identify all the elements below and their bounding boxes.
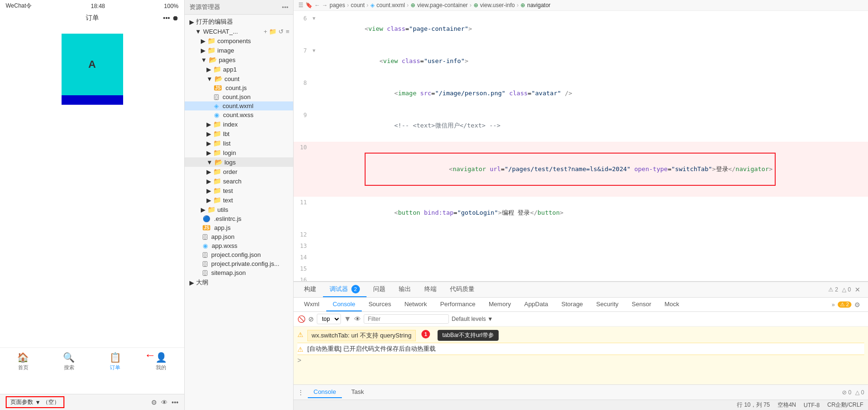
project-root[interactable]: ▼ WECHAT_... + 📁 ↺ ≡ (185, 27, 293, 36)
file-label: count.json (223, 93, 251, 100)
default-levels-button[interactable]: Default levels ▼ (452, 316, 493, 322)
inner-tab-performance[interactable]: Performance (434, 298, 482, 311)
wxml-icon: ◈ (214, 102, 219, 109)
folder-pages[interactable]: ▼ 📂 pages (185, 55, 293, 64)
eye-console-icon[interactable]: 👁 (354, 315, 361, 323)
folder-image[interactable]: ▶ 📁 image (185, 46, 293, 55)
file-eslintrc[interactable]: 🔵 .eslintrc.js (185, 214, 293, 223)
file-project-config[interactable]: {} project.config.json (185, 250, 293, 259)
file-sitemap[interactable]: {} sitemap.json (185, 268, 293, 277)
more-tabs-icon[interactable]: » (832, 301, 835, 308)
tab-output[interactable]: 输出 (392, 282, 418, 297)
forward-icon[interactable]: → (322, 2, 328, 9)
folder-login[interactable]: ▶ 📁 login (185, 148, 293, 157)
section-outline[interactable]: ▶ 大纲 (185, 277, 293, 288)
json-icon: {} (203, 234, 207, 240)
profile-label: 我的 (156, 364, 166, 371)
console-prompt-icon[interactable]: > (297, 356, 301, 364)
json-icon: {} (203, 270, 207, 276)
file-count-wxss[interactable]: ◉ count.wxss (185, 110, 293, 119)
inner-tab-console[interactable]: Console (326, 298, 362, 311)
folder-app1[interactable]: ▶ 📁 app1 (185, 64, 293, 74)
folder-label: index (223, 121, 238, 128)
block-icon[interactable]: ⊘ (308, 315, 314, 323)
context-select[interactable]: top (317, 314, 341, 324)
file-count-wxml[interactable]: ◈ count.wxml (185, 101, 293, 110)
inner-tab-memory[interactable]: Memory (482, 298, 518, 311)
back-icon[interactable]: ← (314, 2, 320, 9)
folder-count[interactable]: ▼ 📂 count (185, 74, 293, 83)
line-num: 10 (294, 142, 313, 153)
warn-row-2: ⚠ [自动热重载] 已开启代码文件保存后自动热重载 (297, 343, 864, 355)
collapse-icon[interactable]: ≡ (286, 28, 289, 35)
folder-components[interactable]: ▶ 📁 components (185, 36, 293, 46)
inner-tab-network[interactable]: Network (398, 298, 434, 311)
tab-issues-label: 问题 (373, 285, 385, 292)
fold-arrow[interactable]: ▼ (313, 13, 320, 24)
tab-build[interactable]: 构建 (297, 282, 323, 297)
inner-tab-wxml[interactable]: Wxml (297, 298, 326, 311)
bottom-tab-console[interactable]: Console (308, 386, 342, 398)
bottom-icons: ⚙ 👁 ••• (151, 399, 179, 406)
bottom-tab-task-label: Task (351, 388, 364, 395)
console-content: ⚠ wx.switchTab: url 不支持 queryString 1 ta… (294, 327, 868, 384)
eye-icon[interactable]: 👁 (161, 399, 168, 406)
settings-debug-icon[interactable]: ⚙ (854, 301, 860, 309)
nav-item-profile[interactable]: 👤 我的 (155, 352, 167, 371)
folder-test[interactable]: ▶ 📁 test (185, 186, 293, 195)
inner-tab-security[interactable]: Security (590, 298, 625, 311)
bottom-tab-task[interactable]: Task (346, 386, 370, 398)
folder-lbt[interactable]: ▶ 📁 lbt (185, 129, 293, 138)
code-line-15: 15 (294, 263, 868, 274)
inner-tab-mock[interactable]: Mock (658, 298, 686, 311)
clear-console-icon[interactable]: 🚫 (297, 315, 305, 323)
console-filter-input[interactable] (364, 314, 449, 324)
bottom-status: ⊘ 0 △ 0 (842, 389, 864, 396)
nav-item-order[interactable]: 📋 订单 (109, 352, 121, 371)
inner-tab-sensor[interactable]: Sensor (625, 298, 658, 311)
section-open-editors[interactable]: ▶ 打开的编辑器 (185, 17, 293, 27)
fold-arrow (313, 110, 320, 120)
folder-text[interactable]: ▶ 📁 text (185, 195, 293, 205)
inner-tab-wxml-label: Wxml (304, 301, 320, 308)
folder-logs[interactable]: ▼ 📂 logs (185, 157, 293, 167)
tab-issues[interactable]: 问题 (367, 282, 392, 297)
file-project-private[interactable]: {} project.private.config.js... (185, 259, 293, 268)
fold-arrow[interactable]: ▼ (313, 46, 320, 56)
file-app-wxss[interactable]: ◉ app.wxss (185, 241, 293, 250)
folder-index[interactable]: ▶ 📁 index (185, 119, 293, 129)
tab-terminal[interactable]: 终端 (418, 282, 443, 297)
new-file-icon[interactable]: ••• (282, 4, 288, 11)
console-toolbar: 🚫 ⊘ top ▼ 👁 Default levels ▼ (294, 312, 868, 327)
inner-tab-appdata[interactable]: AppData (518, 298, 555, 311)
file-app-json[interactable]: {} app.json (185, 232, 293, 241)
tab-code-quality[interactable]: 代码质量 (443, 282, 481, 297)
breadcrumb-wxml-icon: ◈ (370, 2, 375, 9)
folder-list[interactable]: ▶ 📁 list (185, 138, 293, 148)
inner-tab-storage[interactable]: Storage (555, 298, 590, 311)
phone-battery: 100% (164, 3, 179, 9)
folder-search[interactable]: ▶ 📁 search (185, 176, 293, 186)
nav-item-search[interactable]: 🔍 搜索 (63, 352, 75, 371)
nav-item-home[interactable]: 🏠 首页 (17, 352, 29, 371)
settings-icon[interactable]: ⚙ (151, 399, 157, 406)
close-panel-icon[interactable]: ✕ (855, 286, 860, 293)
breadcrumb-view1: view.page-container (417, 2, 468, 9)
folder-icon[interactable]: 📁 (269, 28, 277, 35)
file-app-js[interactable]: JS app.js (185, 223, 293, 232)
phone-title-dots[interactable]: ••• ⏺ (163, 14, 179, 22)
folder-order[interactable]: ▶ 📁 order (185, 167, 293, 176)
plus-icon[interactable]: + (264, 28, 268, 35)
file-count-js[interactable]: JS count.js (185, 83, 293, 92)
more-icon[interactable]: ••• (171, 399, 179, 406)
tab-debugger[interactable]: 调试器 2 (323, 282, 367, 297)
inner-tab-sources[interactable]: Sources (362, 298, 398, 311)
phone-box-letter: A (89, 58, 96, 71)
refresh-icon[interactable]: ↺ (278, 28, 284, 35)
home-icon: 🏠 (17, 352, 29, 363)
dropdown-arrow[interactable]: ▼ (344, 315, 351, 323)
code-area[interactable]: 6 ▼ <view class="page-container"> 7 ▼ <v… (294, 11, 868, 281)
folder-utils[interactable]: ▶ 📁 utils (185, 205, 293, 214)
folder-expand: ▶ (206, 130, 211, 137)
file-count-json[interactable]: {} count.json (185, 92, 293, 101)
